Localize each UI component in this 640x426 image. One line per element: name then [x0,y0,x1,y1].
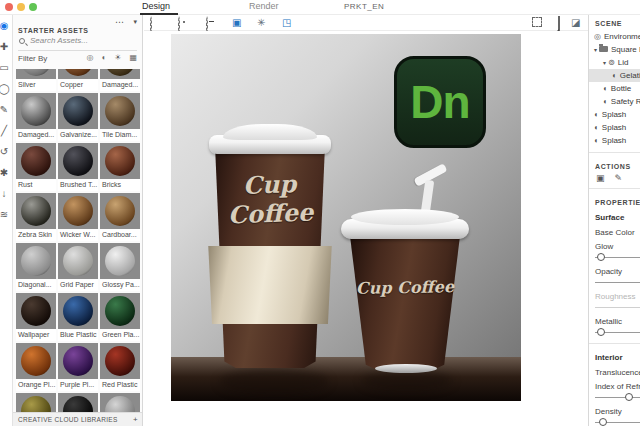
asset-item[interactable]: Bricks [100,143,140,191]
creative-cloud-libraries-bar[interactable]: CREATIVE CLOUD LIBRARIES + [13,412,143,426]
asset-thumbnail [100,93,140,129]
asset-item[interactable]: Blue Plastic [58,293,98,341]
large-cup-sleeve[interactable] [207,246,333,324]
asset-item[interactable]: Copper [58,69,98,91]
chevron-down-icon[interactable]: ▾ [603,60,606,66]
asset-item[interactable]: Silver [16,69,56,91]
slider-index-of-refraction[interactable] [595,392,640,403]
scene-item-splash[interactable]: ◐Splash [589,134,640,147]
tab-design[interactable]: Design [142,1,170,11]
asset-label: Brushed T... [58,179,98,191]
asset-label: Galvanize... [58,129,98,141]
scene-item-label: Gelatin [620,71,640,80]
asset-item[interactable]: Galvanize... [58,93,98,141]
slider-opacity[interactable] [595,277,640,288]
divider [589,152,640,153]
asset-item[interactable]: Rust [16,143,56,191]
materials-filter-icon[interactable]: ◐ [101,53,106,62]
slider-density[interactable] [595,417,640,426]
asset-item[interactable]: Wallpaper [16,293,56,341]
rotate-tool-icon[interactable]: ◯ [0,78,13,99]
asset-thumbnail [100,293,140,329]
asset-thumbnail [58,69,98,79]
scene-item-environment[interactable]: ◎Environment [589,30,640,43]
export-image-icon[interactable]: ▣ [596,173,605,183]
scene-item-safety-ring[interactable]: ◐Safety Ring [589,95,640,108]
scene-item-splash[interactable]: ◐Splash [589,108,640,121]
material-sphere [21,346,51,376]
camera-bookmarks-icon[interactable]: ▣ [232,17,241,29]
background-icon[interactable]: ◪ [571,17,580,29]
select-tool-icon[interactable]: ◉ [0,15,13,36]
asset-item[interactable]: Tile Diam... [100,93,140,141]
small-cup-base [375,364,437,373]
magic-wand-tool-icon[interactable]: ✱ [0,162,13,183]
slider-roughness[interactable] [595,302,640,313]
slider-knob[interactable] [599,418,607,426]
asset-item[interactable]: Diagonal... [16,243,56,291]
slider-knob[interactable] [597,253,605,261]
pen-tool-icon[interactable]: ✎ [0,99,13,120]
asset-item[interactable]: Damaged... [16,93,56,141]
models-filter-icon[interactable]: ◎ [86,53,93,62]
images-filter-icon[interactable]: ▦ [129,53,137,62]
material-sphere [21,196,51,226]
panel-collapse-icon[interactable]: ▾ [133,18,137,26]
minimize-window-button[interactable] [17,3,25,11]
asset-label: Glossy Pa... [100,279,140,291]
asset-item[interactable]: Brushed T... [58,143,98,191]
panel-menu-icon[interactable]: ⋯ [115,17,124,27]
asset-item[interactable]: Red Plastic [100,343,140,391]
large-cup-lid-top [223,124,317,140]
asset-item[interactable]: Grid Paper [58,243,98,291]
move-tool-icon[interactable]: ✚ [0,36,13,57]
lights-filter-icon[interactable]: ☀ [114,53,121,62]
asset-item[interactable]: Orange Pl... [16,343,56,391]
asset-thumbnail [100,343,140,379]
rendered-scene[interactable]: Dn Cup Coffee Cup Coffee [171,34,521,401]
scene-item-square-bottle[interactable]: ▾Square Bottle [589,43,640,56]
fit-view-icon[interactable] [532,17,542,27]
asset-item[interactable]: Cardboar... [100,193,140,241]
properties-panel-title: PROPERTIES [589,194,640,209]
horizon-tool-icon[interactable]: ≋ [0,204,13,225]
asset-item[interactable]: Glossy Pa... [100,243,140,291]
chevron-down-icon[interactable]: ▾ [594,47,597,53]
asset-item[interactable]: Wicker W... [58,193,98,241]
eyedropper-tool-icon[interactable]: ╱ [0,120,13,141]
material-sphere [21,146,51,176]
dolly-tool-icon[interactable]: ↓ [0,183,13,204]
undo-tool-icon[interactable]: ↺ [0,141,13,162]
material-sphere [105,196,135,226]
close-window-button[interactable] [5,3,13,11]
scene-item-splash[interactable]: ◐Splash [589,121,640,134]
property-section-surface: Surface [589,209,640,224]
asset-item[interactable]: Purple Pl... [58,343,98,391]
asset-item[interactable]: Zebra Skin [16,193,56,241]
property-label-translucence: Translucence [589,364,640,378]
slider-metallic[interactable] [595,327,640,338]
active-tab-underline [140,13,178,15]
slider-knob[interactable] [625,393,633,401]
material-sphere [105,346,135,376]
slider-glow[interactable] [595,252,640,263]
frame-selection-icon[interactable]: ◳ [282,17,291,29]
scene-item-lid[interactable]: ▾⊚Lid [589,56,640,69]
zoom-window-button[interactable] [29,3,37,11]
scene-item-bottle[interactable]: ◐Bottle [589,82,640,95]
scene-item-gelatin[interactable]: ◐Gelatin [589,69,640,82]
right-panel: SCENE ◎Environment▾Square Bottle▾⊚Lid◐Ge… [588,15,640,426]
scene-item-label: Splash [602,110,626,119]
viewport[interactable]: Dn Cup Coffee Cup Coffee [144,31,588,426]
tab-render[interactable]: Render [249,1,279,11]
small-cup-body[interactable] [349,237,461,370]
ground-plane-icon[interactable]: ✳ [257,17,265,29]
material-icon: ◐ [594,123,599,132]
eyedropper-icon[interactable]: ✎ [615,173,623,183]
scale-tool-icon[interactable]: ▭ [0,57,13,78]
asset-search-input[interactable]: Search Assets... [18,35,137,51]
slider-knob[interactable] [597,328,605,336]
expand-libraries-icon[interactable]: + [133,413,138,426]
asset-item[interactable]: Green Pla... [100,293,140,341]
asset-item[interactable]: Damaged... [100,69,140,91]
